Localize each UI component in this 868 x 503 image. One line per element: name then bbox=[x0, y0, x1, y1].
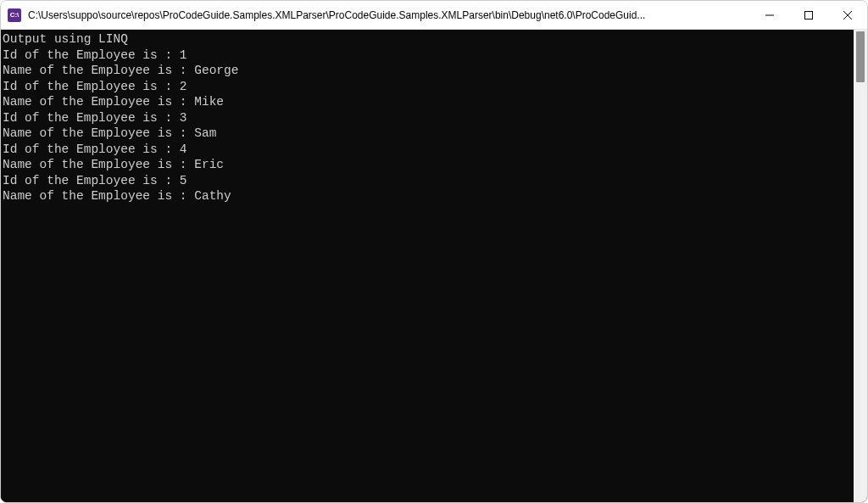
console-line: Id of the Employee is : 5 bbox=[3, 173, 854, 189]
console-window: C:\ C:\Users\suppo\source\repos\ProCodeG… bbox=[0, 0, 868, 503]
console-output: Output using LINQId of the Employee is :… bbox=[1, 30, 854, 502]
svg-rect-1 bbox=[805, 11, 813, 19]
minimize-button[interactable] bbox=[750, 1, 789, 29]
console-line: Id of the Employee is : 1 bbox=[3, 48, 854, 64]
console-line: Name of the Employee is : Mike bbox=[3, 94, 854, 110]
app-icon: C:\ bbox=[8, 8, 21, 22]
window-title: C:\Users\suppo\source\repos\ProCodeGuide… bbox=[28, 9, 750, 21]
console-line: Name of the Employee is : Eric bbox=[3, 157, 854, 173]
close-button[interactable] bbox=[828, 1, 867, 29]
close-icon bbox=[843, 11, 852, 20]
scrollbar[interactable] bbox=[854, 30, 867, 502]
window-controls bbox=[750, 1, 867, 29]
titlebar[interactable]: C:\ C:\Users\suppo\source\repos\ProCodeG… bbox=[1, 1, 867, 30]
scrollbar-thumb[interactable] bbox=[856, 31, 865, 82]
maximize-icon bbox=[804, 11, 813, 20]
console-line: Name of the Employee is : Sam bbox=[3, 126, 854, 142]
console-line: Name of the Employee is : George bbox=[3, 63, 854, 79]
console-line: Id of the Employee is : 2 bbox=[3, 79, 854, 95]
minimize-icon bbox=[765, 11, 774, 20]
console-line: Name of the Employee is : Cathy bbox=[3, 188, 854, 204]
console-line: Output using LINQ bbox=[3, 31, 854, 48]
maximize-button[interactable] bbox=[789, 1, 828, 29]
console-line: Id of the Employee is : 3 bbox=[3, 110, 854, 126]
content-area: Output using LINQId of the Employee is :… bbox=[1, 30, 867, 502]
console-line: Id of the Employee is : 4 bbox=[3, 142, 854, 158]
